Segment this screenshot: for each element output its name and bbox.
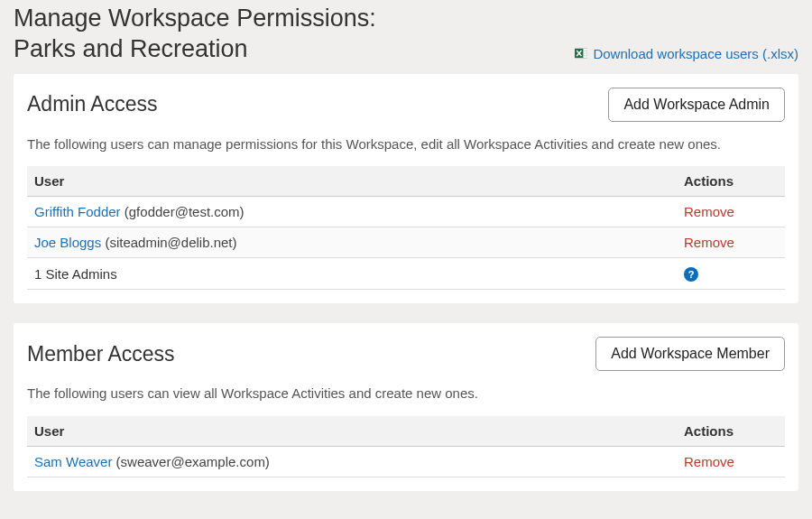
- download-workspace-users-label: Download workspace users (.xlsx): [593, 46, 798, 61]
- user-email: (gfodder@test.com): [125, 204, 245, 219]
- member-access-description: The following users can view all Workspa…: [27, 384, 785, 403]
- admin-access-panel: Admin Access Add Workspace Admin The fol…: [14, 74, 798, 304]
- admin-access-heading: Admin Access: [27, 92, 157, 116]
- user-link[interactable]: Joe Bloggs: [34, 235, 101, 250]
- table-row: 1 Site Admins ?: [27, 258, 785, 290]
- admin-col-user: User: [27, 166, 677, 197]
- member-access-heading: Member Access: [27, 342, 175, 366]
- admin-access-table: User Actions Griffith Fodder (gfodder@te…: [27, 166, 785, 290]
- table-row: Joe Bloggs (siteadmin@delib.net) Remove: [27, 227, 785, 258]
- remove-link[interactable]: Remove: [684, 235, 734, 250]
- user-email: (siteadmin@delib.net): [105, 235, 236, 250]
- table-row: Sam Weaver (sweaver@example.com) Remove: [27, 447, 785, 477]
- table-row: Griffith Fodder (gfodder@test.com) Remov…: [27, 197, 785, 227]
- member-access-panel: Member Access Add Workspace Member The f…: [14, 323, 798, 491]
- user-link[interactable]: Griffith Fodder: [34, 204, 121, 219]
- download-workspace-users-link[interactable]: Download workspace users (.xlsx): [575, 46, 798, 65]
- add-workspace-admin-button[interactable]: Add Workspace Admin: [608, 88, 785, 122]
- add-workspace-member-button[interactable]: Add Workspace Member: [595, 337, 785, 371]
- page-title-line2: Parks and Recreation: [14, 35, 248, 62]
- site-admins-count: 1 Site Admins: [27, 258, 677, 290]
- page-title: Manage Workspace Permissions: Parks and …: [14, 4, 376, 65]
- page-title-line1: Manage Workspace Permissions:: [14, 5, 376, 32]
- member-col-actions: Actions: [677, 416, 785, 447]
- user-email: (sweaver@example.com): [116, 454, 270, 469]
- admin-col-actions: Actions: [677, 166, 785, 197]
- remove-link[interactable]: Remove: [684, 454, 734, 469]
- remove-link[interactable]: Remove: [684, 204, 734, 219]
- admin-access-description: The following users can manage permissio…: [27, 134, 785, 154]
- user-link[interactable]: Sam Weaver: [34, 454, 112, 469]
- excel-icon: [575, 47, 587, 60]
- member-access-table: User Actions Sam Weaver (sweaver@example…: [27, 416, 785, 477]
- member-col-user: User: [27, 416, 677, 447]
- help-icon[interactable]: ?: [684, 267, 698, 282]
